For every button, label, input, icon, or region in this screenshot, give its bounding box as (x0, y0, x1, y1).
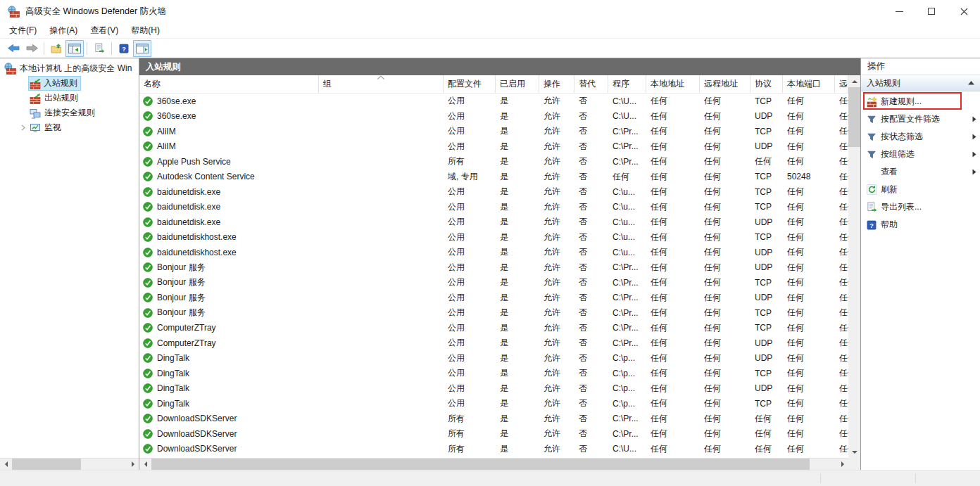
tree-item-inbound-rules[interactable]: 入站规则 (0, 76, 139, 91)
column-header-label: 本地地址 (651, 78, 684, 90)
action-filter-by-profile[interactable]: 按配置文件筛选 (861, 110, 980, 128)
rule-row[interactable]: baidunetdisk.exe公用是允许否C:\u...任何任何TCP任何任何 (139, 184, 848, 200)
menu-file[interactable]: 文件(F) (3, 23, 43, 39)
tree-horizontal-scrollbar[interactable] (0, 458, 139, 470)
close-button[interactable] (948, 0, 980, 23)
rule-row[interactable]: ComputerZTray公用是允许否C:\Pr...任何任何UDP任何任何 (139, 335, 848, 351)
scroll-down-icon[interactable] (848, 446, 860, 458)
rule-name-cell: DownloadSDKServer (139, 429, 319, 439)
rule-cell: UDP (750, 293, 783, 302)
actions-section-header[interactable]: 入站规则 (861, 75, 980, 91)
list-horizontal-scrollbar[interactable] (139, 458, 848, 470)
rule-cell: 任何 (700, 367, 750, 379)
rule-cell: 允许 (539, 292, 574, 304)
rule-row[interactable]: Bonjour 服务公用是允许否C:\Pr...任何任何UDP任何任何 (139, 290, 848, 306)
folder-button[interactable] (47, 40, 65, 57)
column-header[interactable]: 已启用 (496, 75, 539, 93)
rule-cell: 任何 (835, 367, 848, 379)
menu-view[interactable]: 查看(V) (84, 23, 125, 39)
console-tree-button[interactable] (65, 40, 84, 57)
rule-row[interactable]: Autodesk Content Service域, 专用是允许否任何任何任何T… (139, 170, 848, 185)
tree-item-connection-security-rules[interactable]: 连接安全规则 (0, 105, 139, 120)
minimize-button[interactable] (883, 0, 915, 23)
column-header[interactable]: 本地地址 (646, 75, 700, 93)
rule-row[interactable]: DownloadSDKServer所有是允许否C:\U...任何任何任何任何任何 (139, 442, 848, 457)
rule-row[interactable]: AliIM公用是允许否C:\Pr...任何任何TCP任何任何 (139, 124, 848, 139)
rule-name: DingTalk (157, 369, 189, 378)
rule-row[interactable]: baidunetdisk.exe公用是允许否C:\u...任何任何TCP任何任何 (139, 200, 848, 215)
rule-row[interactable]: Apple Push Service所有是允许否C:\Pr...任何任何任何任何… (139, 154, 848, 170)
action-filter-by-group[interactable]: 按组筛选 (861, 146, 980, 163)
scrollbar-thumb[interactable] (12, 459, 81, 471)
maximize-button[interactable] (915, 0, 948, 23)
action-filter-by-state[interactable]: 按状态筛选 (861, 128, 980, 146)
rule-row[interactable]: DingTalk公用是允许否C:\p...任何任何UDP任何任何 (139, 351, 848, 366)
submenu-arrow-icon (969, 169, 980, 175)
rule-cell: 否 (574, 307, 608, 319)
rule-cell: 否 (574, 216, 608, 228)
rule-row[interactable]: Bonjour 服务公用是允许否C:\Pr...任何任何TCP任何任何 (139, 275, 848, 290)
column-header[interactable]: 替代 (574, 75, 608, 93)
column-header[interactable]: 操作 (539, 75, 574, 93)
action-view[interactable]: 查看 (861, 163, 980, 181)
rule-name-cell: baidunetdisk.exe (139, 202, 319, 212)
scrollbar-thumb[interactable] (848, 87, 860, 147)
rule-cell: 任何 (835, 95, 848, 107)
column-header[interactable]: 程序 (608, 75, 646, 93)
column-header[interactable]: 远程端口 (835, 75, 848, 93)
help-button[interactable]: ? (115, 40, 133, 57)
menu-action[interactable]: 操作(A) (43, 23, 84, 39)
column-header[interactable]: 配置文件 (444, 75, 496, 93)
rule-cell: 任何 (646, 307, 700, 319)
rule-row[interactable]: ComputerZTray公用是允许否C:\Pr...任何任何TCP任何任何 (139, 321, 848, 336)
tree-item-outbound-rules[interactable]: 出站规则 (0, 91, 139, 105)
rule-row[interactable]: baidunetdiskhost.exe公用是允许否C:\u...任何任何TCP… (139, 230, 848, 245)
list-vertical-scrollbar[interactable] (848, 75, 860, 458)
rule-row[interactable]: DownloadSDKServer所有是允许否C:\Pr...任何任何任何任何任… (139, 411, 848, 427)
rule-row[interactable]: DownloadSDKServer所有是允许否C:\Pr...任何任何任何任何任… (139, 426, 848, 442)
rule-cell: 是 (496, 186, 539, 198)
action-pane-button[interactable] (133, 40, 151, 57)
column-header[interactable]: 协议 (750, 75, 783, 93)
rule-row[interactable]: Bonjour 服务公用是允许否C:\Pr...任何任何TCP任何任何 (139, 305, 848, 321)
scrollbar-thumb[interactable] (151, 459, 810, 471)
rule-row[interactable]: 360se.exe公用是允许否C:\U...任何任何UDP任何任何 (139, 109, 848, 124)
rule-row[interactable]: baidunetdisk.exe公用是允许否C:\u...任何任何UDP任何任何 (139, 215, 848, 230)
rule-cell: 任何 (783, 125, 835, 137)
scroll-left-icon[interactable] (0, 459, 12, 471)
forward-button[interactable] (23, 40, 41, 57)
rule-cell: 公用 (444, 110, 496, 122)
column-header[interactable]: 组 (319, 75, 444, 93)
scroll-up-icon[interactable] (848, 75, 860, 87)
rule-cell: C:\u... (608, 232, 646, 242)
rule-row[interactable]: DingTalk公用是允许否C:\p...任何任何UDP任何任何 (139, 381, 848, 397)
rule-row[interactable]: Bonjour 服务公用是允许否C:\Pr...任何任何UDP任何任何 (139, 260, 848, 276)
rule-cell: 允许 (539, 443, 574, 455)
rule-row[interactable]: DingTalk公用是允许否C:\p...任何任何TCP任何任何 (139, 396, 848, 411)
column-header[interactable]: 远程地址 (700, 75, 750, 93)
rule-row[interactable]: 360se.exe公用是允许否C:\U...任何任何TCP任何任何 (139, 94, 848, 109)
back-button[interactable] (4, 40, 23, 57)
action-help[interactable]: ?帮助 (861, 216, 980, 234)
action-new-rule[interactable]: 新建规则... (861, 93, 980, 110)
tree-item-monitoring[interactable]: 监视 (0, 120, 139, 135)
collapse-icon[interactable] (968, 81, 974, 85)
rule-row[interactable]: baidunetdiskhost.exe公用是允许否C:\u...任何任何UDP… (139, 245, 848, 260)
menu-help[interactable]: 帮助(H) (125, 23, 166, 39)
rule-row[interactable]: DingTalk公用是允许否C:\p...任何任何TCP任何任何 (139, 366, 848, 381)
rule-name: Bonjour 服务 (157, 292, 206, 304)
export-list-button[interactable] (90, 40, 108, 57)
tree-root-node[interactable]: 本地计算机 上的高级安全 Win (0, 61, 139, 76)
column-header[interactable]: 名称 (139, 75, 319, 93)
action-export-list[interactable]: 导出列表... (861, 198, 980, 216)
scroll-right-icon[interactable] (836, 459, 848, 471)
rule-row[interactable]: AliIM公用是允许否C:\Pr...任何任何UDP任何任何 (139, 139, 848, 155)
scroll-right-icon[interactable] (127, 459, 139, 471)
rule-cell: 任何 (646, 428, 700, 440)
expand-chevron-icon[interactable] (18, 124, 28, 131)
action-refresh[interactable]: 刷新 (861, 181, 980, 198)
tree-item-label: 连接安全规则 (44, 107, 95, 119)
column-header[interactable]: 本地端口 (783, 75, 835, 93)
rule-cell: 允许 (539, 155, 574, 167)
scroll-left-icon[interactable] (139, 459, 151, 471)
